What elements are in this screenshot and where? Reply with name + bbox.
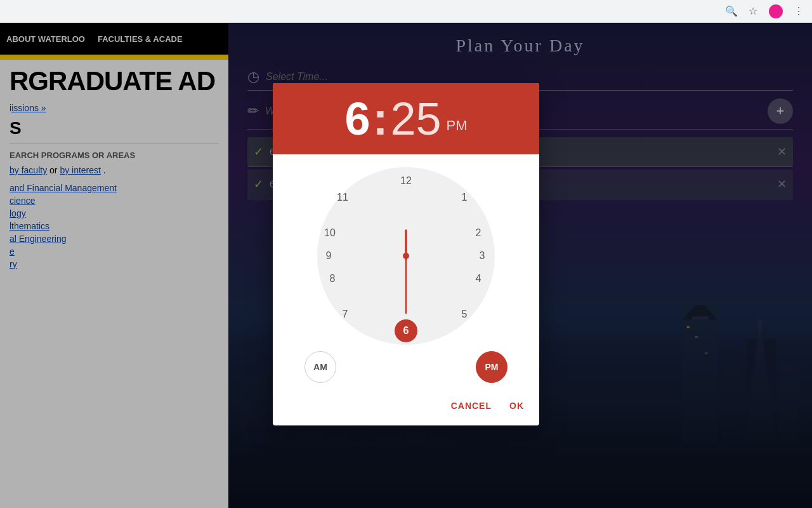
clock-8[interactable]: 8 — [324, 270, 341, 288]
time-minute[interactable]: 25 — [390, 96, 441, 142]
clock-2[interactable]: 2 — [469, 224, 487, 242]
bookmark-icon[interactable]: ☆ — [747, 6, 759, 17]
avatar[interactable] — [769, 4, 783, 18]
clock-5[interactable]: 5 — [455, 305, 473, 323]
clock-face-wrapper[interactable]: 12 1 2 3 4 5 6 7 8 — [317, 167, 495, 345]
clock-3[interactable]: 3 — [473, 247, 491, 265]
clock-face[interactable]: 12 1 2 3 4 5 6 7 8 — [317, 167, 495, 345]
browser-toolbar: 🔍 ☆ ⋮ — [0, 0, 812, 23]
clock-4[interactable]: 4 — [469, 270, 487, 288]
clock-10[interactable]: 10 — [321, 224, 339, 242]
ampm-row: AM PM — [292, 351, 520, 383]
clock-7[interactable]: 7 — [336, 305, 354, 323]
clock-container: 12 1 2 3 4 5 6 7 8 — [273, 154, 539, 389]
time-display-header: 6 : 25 PM — [273, 83, 539, 154]
clock-1[interactable]: 1 — [455, 189, 473, 206]
cancel-button[interactable]: CANCEL — [449, 396, 494, 416]
zoom-icon[interactable]: 🔍 — [726, 6, 737, 17]
clock-12[interactable]: 12 — [397, 172, 415, 190]
am-button[interactable]: AM — [304, 351, 336, 383]
dialog-overlay: 6 : 25 PM — [0, 0, 812, 508]
time-colon: : — [372, 96, 388, 142]
ok-button[interactable]: OK — [507, 396, 527, 416]
menu-icon[interactable]: ⋮ — [793, 6, 804, 17]
clock-6-marker[interactable]: 6 — [395, 319, 417, 342]
clock-9[interactable]: 9 — [320, 247, 337, 265]
time-picker-dialog: 6 : 25 PM — [273, 83, 539, 425]
time-ampm-display: PM — [447, 117, 468, 134]
dialog-actions: CANCEL OK — [273, 389, 539, 425]
time-hour[interactable]: 6 — [344, 96, 370, 142]
clock-11[interactable]: 11 — [334, 189, 351, 206]
pm-button[interactable]: PM — [476, 351, 508, 383]
